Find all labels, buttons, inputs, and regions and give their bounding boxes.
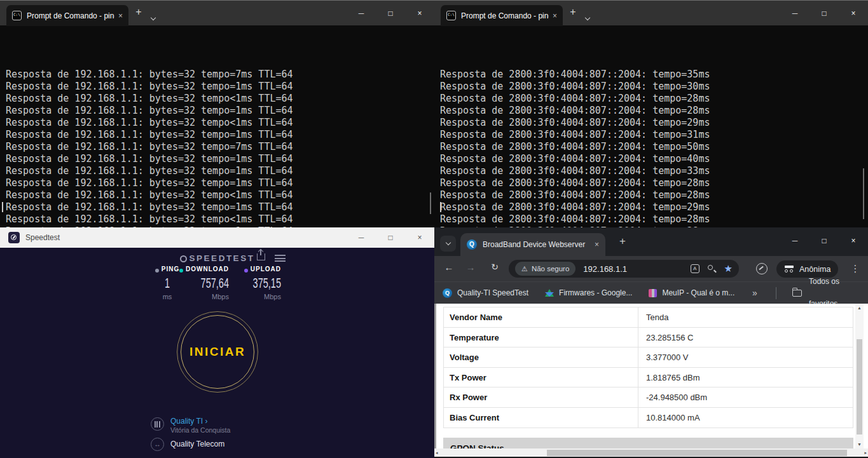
scrollbar-thumb[interactable] [547, 450, 847, 456]
gauge-icon [180, 255, 187, 262]
terminal-line: Resposta de 192.168.1.1: bytes=32 tempo<… [6, 189, 434, 201]
tab-close-icon[interactable]: × [595, 240, 599, 249]
maximize-button[interactable]: □ [809, 1, 839, 26]
terminal-titlebar: C:\ Prompt de Comando - ping 1 × + ─ □ × [0, 0, 434, 25]
start-test-button[interactable]: INICIAR [177, 311, 258, 393]
translate-icon[interactable]: A [691, 264, 699, 273]
tab-close-icon[interactable]: × [553, 11, 557, 20]
terminal-cursor [440, 202, 441, 212]
tab-title: BroadBand Device Webserver [483, 240, 591, 249]
forward-button[interactable]: → [464, 262, 478, 273]
terminal-line: Resposta de 2800:3f0:4004:807::2004: tem… [440, 141, 868, 153]
provider-row[interactable]: Quality TI › Vitória da Conquista [151, 417, 230, 433]
row-label: Temperature [444, 328, 638, 347]
terminal-output[interactable]: Resposta de 192.168.1.1: bytes=32 tempo=… [0, 25, 434, 227]
table-row: Bias Current 10.814000 mA [444, 408, 853, 428]
extension-icon[interactable] [756, 263, 768, 274]
minimize-button[interactable]: ─ [347, 1, 376, 26]
tab-close-icon[interactable]: × [118, 11, 123, 20]
close-button[interactable]: × [839, 227, 868, 256]
scrollbar-thumb[interactable] [857, 339, 862, 434]
upload-value: 375,15 [247, 275, 281, 292]
terminal-output[interactable]: Resposta de 2800:3f0:4004:807::2004: tem… [434, 25, 868, 227]
terminal-tab[interactable]: C:\ Prompt de Comando - ping 1 × [6, 5, 128, 26]
share-icon[interactable] [257, 253, 265, 260]
address-bar[interactable]: ⚠ Não seguro 192.168.1.1 A ★ [509, 260, 739, 278]
table-row: Voltage 3.377000 V [444, 347, 853, 368]
tab-dropdown-button[interactable] [586, 11, 589, 22]
bookmark-favicon: Q [443, 288, 452, 298]
maximize-button[interactable]: □ [376, 1, 405, 26]
new-tab-button[interactable]: + [567, 6, 579, 18]
maximize-button[interactable]: □ [376, 227, 405, 248]
minimize-button[interactable]: ─ [780, 1, 809, 26]
minimize-button[interactable]: ─ [347, 227, 376, 248]
speedtest-titlebar: Speedtest ─ □ × [0, 227, 434, 248]
router-status-page: Vendor Name Tenda Temperature 23.285156 … [434, 304, 868, 448]
speedtest-brand: SPEEDTEST [0, 253, 434, 263]
isp-name: Quality Telecom [170, 437, 224, 452]
scroll-right-icon[interactable]: ▸ [864, 448, 867, 457]
terminal-tab[interactable]: C:\ Prompt de Comando - ping v × [441, 5, 563, 26]
scroll-left-icon[interactable]: ◂ [436, 448, 438, 457]
bookmark-item[interactable]: MeuIP - Qual é o m... [649, 288, 734, 297]
terminal-scrollbar[interactable] [430, 192, 431, 214]
terminal-line: Resposta de 2800:3f0:4004:807::2004: tem… [440, 117, 868, 129]
close-button[interactable]: × [405, 1, 434, 26]
zoom-icon[interactable] [707, 264, 717, 274]
terminal-line: Resposta de 2800:3f0:4004:807::2004: tem… [440, 165, 868, 177]
row-label: Tx Power [444, 368, 638, 387]
tab-search-button[interactable] [440, 236, 456, 252]
horizontal-scrollbar[interactable]: ◂ ▸ [434, 448, 868, 457]
terminal-line: Resposta de 2800:3f0:4004:807::2004: tem… [440, 177, 868, 189]
chevron-down-icon [445, 240, 450, 245]
browser-window: Q BroadBand Device Webserver × + ─ □ × ←… [434, 227, 868, 458]
row-value: 1.818765 dBm [638, 368, 700, 387]
folder-icon [792, 290, 802, 297]
table-row: Tx Power 1.818765 dBm [444, 368, 853, 388]
terminal-line: Resposta de 192.168.1.1: bytes=32 tempo<… [6, 117, 434, 129]
provider-location: Vitória da Conquista [170, 426, 230, 434]
row-value: 3.377000 V [638, 347, 689, 367]
row-value: Tenda [638, 307, 668, 327]
isp-row[interactable]: ↔ Quality Telecom [151, 437, 224, 452]
terminal-window-ping-ipv6: C:\ Prompt de Comando - ping v × + ─ □ ×… [434, 0, 868, 227]
back-button[interactable]: ← [442, 262, 456, 273]
download-value: 757,64 [195, 275, 229, 292]
security-label: Não seguro [532, 265, 569, 273]
row-label: Voltage [444, 347, 638, 367]
bookmark-item[interactable]: Q Quality-TI SpeedTest [443, 288, 528, 298]
upload-icon [244, 269, 248, 273]
close-button[interactable]: × [405, 227, 434, 248]
vertical-scrollbar[interactable]: ▲ ▼ [855, 304, 864, 448]
settings-sliders-icon[interactable] [275, 255, 286, 262]
bookmark-item[interactable]: Firmwares - Google... [545, 288, 632, 297]
terminal-scrollbar[interactable] [863, 168, 864, 219]
reload-button[interactable]: ↻ [488, 262, 502, 272]
terminal-line: Resposta de 192.168.1.1: bytes=32 tempo<… [6, 213, 434, 226]
browser-tab[interactable]: Q BroadBand Device Webserver × [460, 233, 605, 256]
minimize-button[interactable]: ─ [780, 227, 809, 256]
ping-icon [155, 269, 159, 273]
terminal-line: Resposta de 2800:3f0:4004:807::2004: tem… [440, 93, 868, 105]
bookmark-label: MeuIP - Qual é o m... [662, 288, 734, 297]
tab-dropdown-button[interactable] [151, 11, 155, 22]
bookmarks-overflow-button[interactable]: » [752, 288, 757, 298]
security-chip[interactable]: ⚠ Não seguro [515, 262, 575, 276]
scroll-up-icon[interactable]: ▲ [855, 304, 864, 312]
provider-name[interactable]: Quality TI [170, 417, 203, 426]
divider [776, 287, 776, 299]
terminal-window-ping-gateway: C:\ Prompt de Comando - ping 1 × + ─ □ ×… [0, 0, 434, 227]
url-text[interactable]: 192.168.1.1 [583, 264, 690, 274]
terminal-line: Resposta de 2800:3f0:4004:807::2004: tem… [440, 69, 868, 81]
maximize-button[interactable]: □ [809, 227, 839, 256]
close-button[interactable]: × [839, 1, 868, 26]
scroll-down-icon[interactable]: ▼ [855, 440, 864, 448]
terminal-cursor [2, 202, 3, 212]
new-tab-button[interactable]: + [614, 233, 631, 250]
bookmark-star-icon[interactable]: ★ [724, 263, 733, 274]
table-row: Vendor Name Tenda [444, 307, 853, 328]
google-drive-icon [545, 289, 554, 297]
row-label: Vendor Name [444, 307, 638, 327]
new-tab-button[interactable]: + [132, 6, 145, 18]
